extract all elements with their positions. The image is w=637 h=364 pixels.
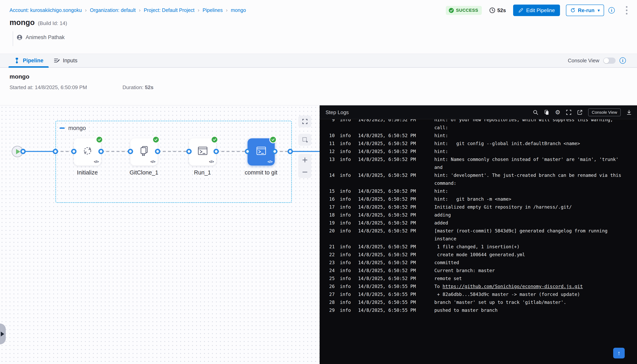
log-timestamp: 14/8/2025, 6:50:52 PM — [358, 204, 420, 210]
breadcrumb-link[interactable]: Account: kurosakiichigo.songoku — [10, 7, 82, 13]
info-icon[interactable]: i — [608, 7, 615, 14]
connector-ring — [71, 149, 76, 154]
log-row: 15info14/8/2025, 6:50:52 PMhint: — [320, 187, 637, 195]
author-name: Animesh Pathak — [26, 34, 65, 40]
log-message: adding — [434, 212, 451, 218]
author-row: Animesh Pathak — [16, 34, 65, 41]
zoom-out-button[interactable] — [298, 166, 311, 178]
breadcrumb-link[interactable]: mongo — [231, 7, 246, 13]
open-external-icon[interactable] — [577, 110, 582, 115]
log-level: info — [340, 204, 352, 210]
active-tab-underline — [8, 66, 49, 68]
chevron-down-icon: ▾ — [598, 8, 600, 13]
log-level: info — [340, 149, 352, 154]
log-message: hint: of your new repositories, which wi… — [434, 119, 613, 122]
log-level: info — [340, 260, 352, 265]
console-view-info-icon[interactable]: i — [620, 57, 626, 64]
code-icon: </> — [150, 160, 155, 164]
step-card-initialize[interactable]: </> — [74, 138, 101, 166]
fullscreen-icon — [302, 119, 308, 124]
tab-pipeline[interactable]: Pipeline — [8, 54, 49, 67]
log-level: info — [340, 119, 352, 122]
top-bar: Account: kurosakiichigo.songoku›Organiza… — [0, 0, 637, 19]
edit-pipeline-button[interactable]: Edit Pipeline — [513, 4, 560, 16]
step-card-gitclone_1[interactable]: </> — [130, 138, 158, 166]
log-message: committed — [434, 260, 459, 265]
step-success-icon — [269, 136, 277, 143]
page-title: mongo — [10, 18, 35, 27]
log-level: info — [340, 244, 352, 249]
log-row: and — [320, 163, 637, 171]
log-timestamp: 14/8/2025, 6:50:52 PM — [358, 157, 420, 162]
breadcrumb-separator: › — [198, 7, 200, 13]
tab-inputs[interactable]: Inputs — [49, 54, 83, 67]
log-fullscreen-icon[interactable] — [566, 110, 572, 115]
console-view-toggle[interactable] — [603, 58, 616, 64]
log-toolbar: ⚙ Console View — [533, 106, 632, 119]
breadcrumb-link[interactable]: Pipelines — [203, 7, 223, 13]
log-row: 25info14/8/2025, 6:50:52 PMremote set — [320, 274, 637, 282]
terminal-icon — [256, 145, 267, 156]
collapse-icon[interactable] — [60, 128, 65, 129]
log-timestamp: 14/8/2025, 6:50:55 PM — [358, 284, 420, 289]
log-timestamp: 14/8/2025, 6:50:52 PM — [358, 260, 420, 265]
pipeline-canvas[interactable]: mongo </>Initialize</>GitClone_1</>Run_1… — [0, 106, 320, 364]
log-row: 22info14/8/2025, 6:50:52 PM create mode … — [320, 251, 637, 258]
log-message: To https://github.com/Sonichigo/economy-… — [434, 284, 583, 289]
step-card-commit-to-git[interactable]: </> — [248, 138, 275, 166]
copy-icon[interactable] — [544, 110, 550, 115]
expand-panel-handle[interactable] — [0, 324, 6, 344]
log-level: info — [340, 141, 352, 146]
status-text: SUCCESS — [456, 8, 478, 13]
step-label: commit to git — [229, 169, 293, 176]
canvas-fullscreen-button[interactable] — [298, 116, 311, 128]
run-duration: Duration: 52s — [122, 84, 154, 90]
scroll-to-top-button[interactable]: ↑ — [613, 348, 625, 358]
log-line-number: 20 — [320, 228, 335, 234]
log-level: info — [340, 157, 352, 162]
toggle-knob — [604, 58, 609, 63]
log-timestamp: 14/8/2025, 6:50:55 PM — [358, 300, 420, 305]
breadcrumb-link[interactable]: Project: Default Project — [144, 7, 194, 13]
connector-ring — [272, 149, 278, 154]
breadcrumb-separator: › — [226, 7, 228, 13]
log-row: 21info14/8/2025, 6:50:52 PM 1 file chang… — [320, 243, 637, 251]
rerun-button[interactable]: Re-run ▾ — [566, 4, 604, 16]
breadcrumb-link[interactable]: Organization: default — [90, 7, 136, 13]
log-line-number: 17 — [320, 204, 335, 210]
step-success-icon — [96, 136, 103, 143]
more-options-menu[interactable] — [625, 5, 628, 15]
log-line-number: 12 — [320, 149, 335, 154]
log-level: info — [340, 252, 352, 257]
log-link[interactable]: https://github.com/Sonichigo/economy-dis… — [443, 284, 583, 289]
log-line-number: 24 — [320, 268, 335, 273]
run-started: Started at: 14/8/2025, 6:50:09 PM — [10, 84, 87, 90]
log-line-number: 22 — [320, 252, 335, 257]
log-level: info — [340, 133, 352, 138]
log-level: info — [340, 300, 352, 305]
log-console-view-button[interactable]: Console View — [588, 108, 621, 116]
search-icon[interactable] — [533, 110, 538, 115]
pipeline-execution-page: Account: kurosakiichigo.songoku›Organiza… — [0, 0, 637, 364]
log-row: 28info14/8/2025, 6:50:55 PMbranch 'maste… — [320, 298, 637, 306]
canvas-select-button[interactable] — [298, 134, 311, 146]
log-level: info — [340, 228, 352, 234]
step-card-run_1[interactable]: </> — [189, 138, 216, 166]
pencil-icon — [518, 8, 524, 13]
step-success-icon — [152, 136, 160, 143]
download-icon[interactable] — [626, 110, 632, 115]
log-row: 24info14/8/2025, 6:50:52 PMCurrent branc… — [320, 266, 637, 274]
log-timestamp: 14/8/2025, 6:50:52 PM — [358, 188, 420, 194]
log-line-number: 23 — [320, 260, 335, 265]
connector-ring — [155, 149, 160, 154]
log-message: create mode 100644 generated.yml — [434, 252, 525, 257]
log-message: + 82a6dbb...5843d9c master -> master (fo… — [434, 292, 580, 297]
log-message: Current branch: master — [434, 268, 495, 273]
console-view-control: Console View i — [568, 54, 626, 67]
zoom-in-button[interactable] — [298, 154, 311, 166]
gear-icon[interactable]: ⚙ — [555, 109, 560, 115]
log-body[interactable]: 9info14/8/2025, 6:50:52 PMhint: of your … — [320, 119, 637, 364]
tab-pipeline-label: Pipeline — [23, 58, 44, 64]
plus-icon — [302, 157, 308, 163]
log-message: hint: git branch -m <name> — [434, 196, 511, 202]
